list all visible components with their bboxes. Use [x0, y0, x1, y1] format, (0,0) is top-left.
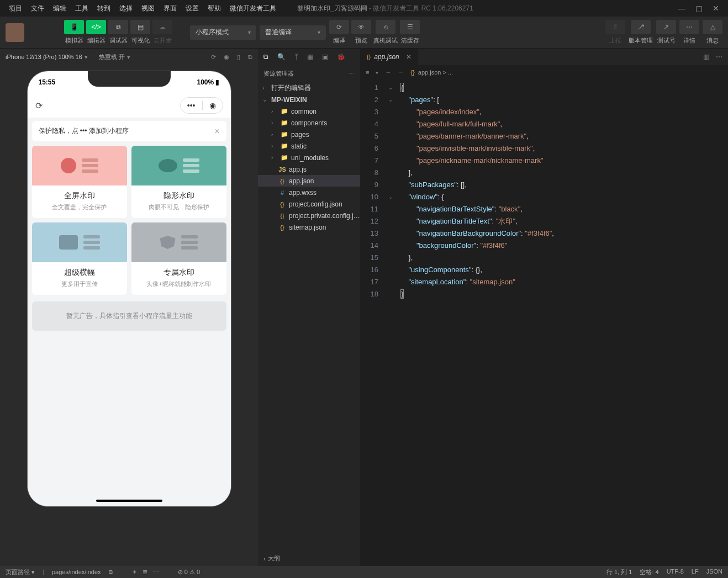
cloud-toggle[interactable]: ☁	[152, 20, 172, 34]
card-invisible-watermark[interactable]: 隐形水印肉眼不可见，隐形保护	[131, 146, 226, 218]
file-project-config[interactable]: {}project.config.json	[258, 198, 360, 210]
cursor-position[interactable]: 行 1, 列 1	[606, 568, 632, 576]
extensions-icon[interactable]: ▦	[307, 53, 313, 61]
home-indicator	[96, 500, 162, 502]
menu-view[interactable]: 视图	[137, 1, 159, 17]
file-app-js[interactable]: JSapp.js	[258, 163, 360, 175]
copy-path-icon[interactable]: ⧉	[109, 569, 113, 576]
phone-time: 15:55	[39, 78, 56, 86]
card-fullscreen-watermark[interactable]: 全屏水印全文覆盖，完全保护	[32, 146, 127, 218]
menu-edit[interactable]: 编辑	[49, 1, 71, 17]
window-max-icon[interactable]: ▢	[695, 4, 703, 13]
version-button[interactable]: ⎇	[631, 20, 651, 34]
hot-reload-toggle[interactable]: 热重载 开	[99, 53, 125, 61]
card-exclusive-watermark[interactable]: 专属水印头像+昵称就能制作水印	[131, 222, 226, 295]
tab-close-icon[interactable]: ✕	[406, 53, 412, 61]
refresh-icon[interactable]: ⟳	[211, 54, 216, 61]
explorer-title: 资源管理器	[263, 70, 294, 78]
explorer-more-icon[interactable]: ⋯	[349, 70, 355, 77]
menu-wechat-devtools[interactable]: 微信开发者工具	[225, 1, 281, 17]
debugger-label: 调试器	[108, 36, 128, 45]
explorer-panel: ⧉ 🔍 ᛘ ▦ ▣ 🐞 资源管理器⋯ ›打开的编辑器 ⌄MP-WEIXIN ›📁…	[258, 49, 360, 566]
page-path-label: 页面路径 ▾	[6, 568, 35, 576]
simulator-toggle[interactable]: 📱	[64, 20, 84, 34]
clear-cache-button[interactable]: ☰	[400, 20, 420, 34]
indent[interactable]: 空格: 4	[640, 568, 658, 576]
message-button[interactable]: △	[703, 20, 722, 34]
menu-goto[interactable]: 转到	[93, 1, 115, 17]
section-root[interactable]: ⌄MP-WEIXIN	[258, 94, 360, 105]
bookmark-icon[interactable]: ▣	[322, 53, 328, 61]
split-editor-icon[interactable]: ▥	[703, 53, 709, 61]
bookmark-icon[interactable]: ⭑	[376, 69, 378, 76]
detail-button[interactable]: ⋯	[679, 20, 699, 34]
page-path[interactable]: pages/index/index	[52, 569, 101, 575]
mode-select[interactable]: 小程序模式▾	[190, 25, 256, 40]
problems[interactable]: ⊘ 0 ⚠ 0	[178, 569, 200, 576]
editor-panel: {}app.json✕ ▥⋯ ≡⭑←→ {}app.json > ... 123…	[360, 49, 728, 566]
line-numbers: 123456789101112131415161718	[360, 79, 385, 566]
eol[interactable]: LF	[692, 568, 699, 576]
menu-interface[interactable]: 界面	[159, 1, 181, 17]
fwd-icon[interactable]: →	[398, 69, 404, 76]
upload-button[interactable]: ⇧	[605, 20, 625, 34]
folder-components[interactable]: ›📁components	[258, 117, 360, 129]
folder-static[interactable]: ›📁static	[258, 140, 360, 152]
remote-debug-button[interactable]: ⎋	[376, 20, 395, 34]
wand-icon[interactable]: ✦	[132, 569, 137, 576]
ad-placeholder: 暂无广告，具体指引查看小程序流量主功能	[32, 301, 226, 331]
menu-file[interactable]: 文件	[27, 1, 49, 17]
search-icon[interactable]: 🔍	[277, 53, 286, 61]
simulator-label: 模拟器	[64, 36, 84, 45]
user-avatar[interactable]	[6, 23, 24, 42]
file-project-private-config[interactable]: {}project.private.config.js...	[258, 210, 360, 221]
compile-button[interactable]: ⟳	[329, 20, 349, 34]
file-sitemap-json[interactable]: {}sitemap.json	[258, 221, 360, 233]
code-text[interactable]: { "pages": [ "pages/index/index", "pages…	[396, 79, 728, 566]
list-icon[interactable]: ≡	[366, 69, 369, 76]
window-close-icon[interactable]: ✕	[713, 4, 719, 13]
branch-icon[interactable]: ᛘ	[294, 53, 298, 61]
visual-toggle[interactable]: ▤	[130, 20, 150, 34]
more-icon[interactable]: ⋯	[716, 53, 722, 61]
editor-tab-app-json[interactable]: {}app.json✕	[360, 49, 418, 65]
device-select[interactable]: iPhone 12/13 (Pro) 100% 16	[6, 54, 82, 60]
fold-gutter[interactable]: ⌄⌄⌄	[385, 79, 396, 566]
bug-icon[interactable]: 🐞	[337, 53, 345, 61]
section-outline[interactable]: ›大纲	[258, 551, 360, 566]
editor-toggle[interactable]: </>	[86, 20, 106, 34]
window-min-icon[interactable]: —	[678, 4, 685, 13]
file-app-json[interactable]: {}app.json	[258, 175, 360, 187]
files-icon[interactable]: ⧉	[263, 53, 268, 61]
popout-icon[interactable]: ⧉	[248, 54, 252, 61]
encoding[interactable]: UTF-8	[667, 568, 684, 576]
visual-label: 可视化	[130, 36, 150, 45]
editor-label: 编辑器	[86, 36, 106, 45]
section-opened-editors[interactable]: ›打开的编辑器	[258, 82, 360, 94]
folder-pages[interactable]: ›📁pages	[258, 129, 360, 140]
card-banner[interactable]: 超级横幅更多用于宣传	[32, 222, 127, 295]
app-refresh-icon[interactable]: ⟳	[35, 100, 43, 111]
file-app-wxss[interactable]: #app.wxss	[258, 187, 360, 198]
language-mode[interactable]: JSON	[706, 568, 722, 576]
compile-select[interactable]: 普通编译▾	[260, 25, 326, 40]
preview-button[interactable]: 👁	[351, 20, 371, 34]
debugger-toggle[interactable]: ⧉	[108, 20, 128, 34]
more-status-icon[interactable]: ⋯	[153, 569, 159, 576]
menu-settings[interactable]: 设置	[181, 1, 203, 17]
layers-icon[interactable]: ≣	[143, 569, 147, 576]
menu-select[interactable]: 选择	[115, 1, 137, 17]
folder-common[interactable]: ›📁common	[258, 105, 360, 117]
device-icon[interactable]: ▯	[237, 54, 240, 61]
folder-uni-modules[interactable]: ›📁uni_modules	[258, 152, 360, 163]
privacy-hint[interactable]: 保护隐私，点 ••• 添加到小程序✕	[32, 121, 226, 141]
back-icon[interactable]: ←	[385, 69, 391, 76]
menu-project[interactable]: 项目	[4, 1, 27, 17]
menu-tools[interactable]: 工具	[71, 1, 93, 17]
breadcrumb[interactable]: {}app.json > ...	[410, 69, 453, 76]
menu-help[interactable]: 帮助	[203, 1, 225, 17]
record-icon[interactable]: ◉	[224, 54, 229, 61]
hint-close-icon[interactable]: ✕	[214, 128, 220, 135]
capsule-menu[interactable]: •••◉	[180, 97, 223, 114]
testid-button[interactable]: ↗	[656, 20, 676, 34]
